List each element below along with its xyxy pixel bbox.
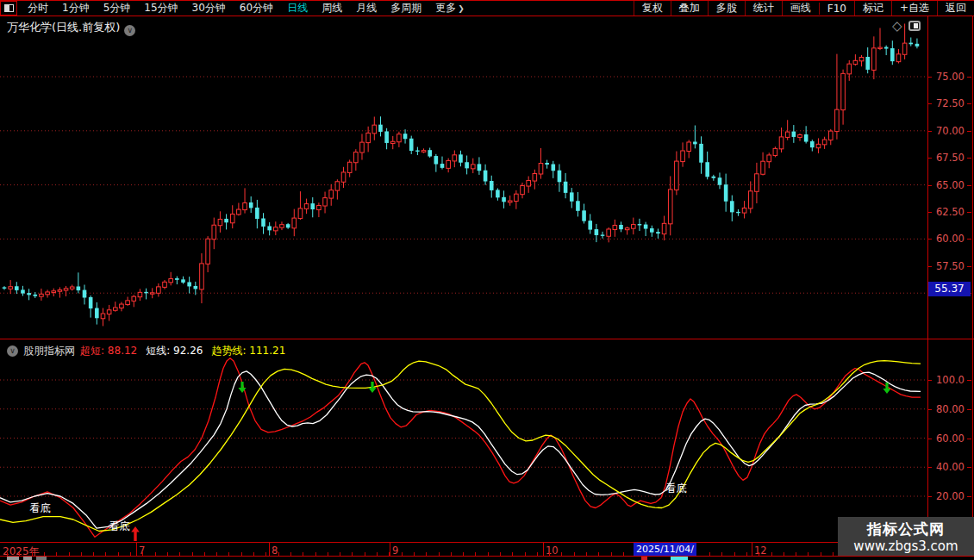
period-item-月线[interactable]: 月线 xyxy=(349,1,384,16)
period-item-周线[interactable]: 周线 xyxy=(315,1,349,16)
tool-item-标记[interactable]: 标记 xyxy=(854,1,891,16)
tools-menu: 复权叠加多股统计画线F10标记+自选返回 xyxy=(634,1,974,16)
indicator-axis-label: 40.00 xyxy=(936,462,965,472)
tool-item-画线[interactable]: 画线 xyxy=(782,1,819,16)
price-axis-label: 60.00 xyxy=(936,233,965,244)
tool-item-+自选[interactable]: +自选 xyxy=(891,1,937,16)
right-frame-line xyxy=(972,16,973,556)
indicator-source-label: 股朋指标网 xyxy=(23,344,75,358)
price-axis-label: 67.50 xyxy=(936,152,965,163)
month-label-8: 8 xyxy=(272,544,278,557)
indicator-axis-label: 100.0 xyxy=(936,375,965,385)
indicator-axis-label: 60.00 xyxy=(936,433,965,444)
indicator-chart[interactable] xyxy=(0,343,927,542)
period-item-60分钟[interactable]: 60分钟 xyxy=(233,1,280,16)
kandi-signal-label: 看底 xyxy=(29,502,51,514)
price-axis-label: 72.50 xyxy=(936,98,965,109)
period-item-5分钟[interactable]: 5分钟 xyxy=(97,1,138,16)
chevron-right-icon: ❯ xyxy=(458,4,465,13)
price-axis-label: 57.50 xyxy=(936,261,965,271)
price-axis-label: 75.00 xyxy=(936,72,965,82)
period-item-15分钟[interactable]: 15分钟 xyxy=(137,1,184,16)
indicator-axis-label: 20.00 xyxy=(936,491,965,501)
trading-app-window: 分时1分钟5分钟15分钟30分钟60分钟日线周线月线多周期更多❯ 复权叠加多股统… xyxy=(0,0,974,560)
layout-toggle-button[interactable] xyxy=(0,1,17,16)
price-tag: 55.37 xyxy=(928,282,971,296)
price-axis-label: 62.50 xyxy=(936,207,965,217)
indicator-field-undefined: 短线: 92.26 xyxy=(146,344,203,358)
clipped-status-row xyxy=(0,557,974,560)
price-axis-label: 70.00 xyxy=(936,126,965,136)
selected-date-tag: 2025/11/04/二 xyxy=(634,543,696,556)
tool-item-返回[interactable]: 返回 xyxy=(937,1,974,16)
indicator-field-undefined: 趋势线: 111.21 xyxy=(211,344,285,358)
period-menu: 分时1分钟5分钟15分钟30分钟60分钟日线周线月线多周期更多❯ xyxy=(21,1,471,16)
indicator-field-undefined: 超短: 88.12 xyxy=(80,344,137,358)
watermark-title: 指标公式网 xyxy=(838,520,974,539)
indicator-axis-label: 80.00 xyxy=(936,404,965,414)
watermark: 指标公式网 www.zbgs3.com xyxy=(838,517,974,556)
tool-item-复权[interactable]: 复权 xyxy=(634,1,671,16)
candlestick-chart[interactable] xyxy=(0,16,927,339)
kandi-signal-label: 看底 xyxy=(665,482,687,495)
period-item-日线[interactable]: 日线 xyxy=(280,1,315,16)
month-label-10: 10 xyxy=(546,544,559,557)
split-layout-icon xyxy=(4,4,14,12)
indicator-header: ∨ 股朋指标网 超短: 88.12短线: 92.26趋势线: 111.21 xyxy=(3,344,285,358)
month-label-12: 12 xyxy=(754,544,767,557)
price-axis-label: 65.00 xyxy=(936,180,965,190)
tool-item-F10[interactable]: F10 xyxy=(819,3,854,15)
time-axis[interactable]: 2025年 7891012 2025/11/04/二 xyxy=(0,542,974,557)
tool-item-统计[interactable]: 统计 xyxy=(745,1,782,16)
month-label-9: 9 xyxy=(392,544,398,557)
tool-item-多股[interactable]: 多股 xyxy=(708,1,745,16)
chevron-down-icon[interactable]: ∨ xyxy=(7,345,18,357)
indicator-values: 超短: 88.12短线: 92.26趋势线: 111.21 xyxy=(80,344,285,358)
period-item-1分钟[interactable]: 1分钟 xyxy=(55,1,97,16)
period-item-更多[interactable]: 更多❯ xyxy=(428,1,471,16)
tool-item-叠加[interactable]: 叠加 xyxy=(671,1,708,16)
period-item-分时[interactable]: 分时 xyxy=(21,1,55,16)
period-item-多周期[interactable]: 多周期 xyxy=(384,1,428,16)
panel-divider[interactable] xyxy=(0,339,974,339)
kandi-signal-label: 看底 xyxy=(109,520,130,532)
top-toolbar: 分时1分钟5分钟15分钟30分钟60分钟日线周线月线多周期更多❯ 复权叠加多股统… xyxy=(0,0,974,16)
period-item-30分钟[interactable]: 30分钟 xyxy=(185,1,233,16)
watermark-url: www.zbgs3.com xyxy=(838,539,974,554)
